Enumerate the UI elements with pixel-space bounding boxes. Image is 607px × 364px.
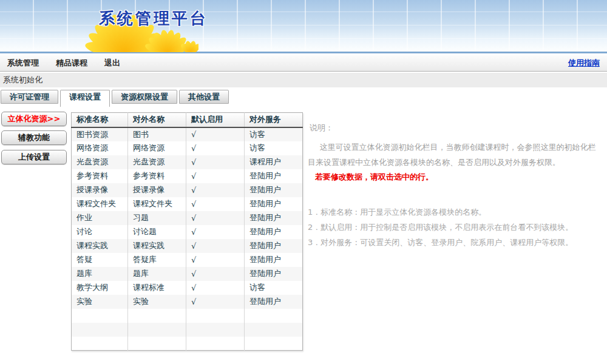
table-cell: 讨论 xyxy=(72,225,128,239)
table-cell: 访客 xyxy=(245,281,303,295)
table-row[interactable]: 题库题库√登陆用户 xyxy=(72,267,303,281)
table-cell: 登陆用户 xyxy=(245,197,303,211)
column-header-external-name: 对外名称 xyxy=(128,113,186,127)
table-cell: 习题 xyxy=(128,211,186,225)
table-row[interactable]: 授课录像授课录像√登陆用户 xyxy=(72,183,303,197)
table-cell: 光盘资源 xyxy=(72,155,128,169)
table-cell: 网络资源 xyxy=(72,141,128,155)
table-row[interactable]: 实验实验√登陆用户 xyxy=(72,295,303,309)
notes-list-item-1: 1．标准名称：用于显示立体化资源各模块的名称。 xyxy=(308,204,598,220)
menu-item-system-manage[interactable]: 系统管理 xyxy=(7,58,39,69)
tab-course-settings[interactable]: 课程设置 xyxy=(60,90,110,107)
table-cell: 登陆用户 xyxy=(245,183,303,197)
notes-paragraph: 这里可设置立体化资源初始化栏目，当教师创建课程时，会参照这里的初始化栏目来设置课… xyxy=(308,140,598,170)
table-cell: 访客 xyxy=(245,141,303,155)
notes-panel: 说明： 这里可设置立体化资源初始化栏目，当教师创建课程时，会参照这里的初始化栏目… xyxy=(308,123,598,250)
table-cell: 课程实践 xyxy=(72,239,128,253)
table-cell: 课程实践 xyxy=(128,239,186,253)
table-cell: 网络资源 xyxy=(128,141,186,155)
table-row[interactable]: 答疑答疑库√登陆用户 xyxy=(72,253,303,267)
table-cell: √ xyxy=(186,225,245,239)
notes-heading: 说明： xyxy=(310,123,598,133)
table-cell: 访客 xyxy=(245,127,303,141)
table-row[interactable]: 课程实践课程实践√登陆用户 xyxy=(72,239,303,253)
table-cell: 参考资料 xyxy=(72,169,128,183)
column-header-default-enabled: 默认启用 xyxy=(186,113,245,127)
tab-other-settings[interactable]: 其他设置 xyxy=(179,90,229,104)
table-cell: 课程文件夹 xyxy=(72,197,128,211)
table-cell: 登陆用户 xyxy=(245,267,303,281)
table-cell xyxy=(186,309,245,323)
table-cell: 参考资料 xyxy=(128,169,186,183)
resource-settings-table: 标准名称 对外名称 默认启用 对外服务 图书资源图书√访客网络资源网络资源√访客… xyxy=(71,112,303,351)
table-row[interactable]: 教学大纲课程标准√访客 xyxy=(72,281,303,295)
table-cell: 登陆用户 xyxy=(245,169,303,183)
notes-list-item-3: 3．对外服务：可设置关闭、访客、登录用户、院系用户、课程用户等权限。 xyxy=(308,235,598,250)
table-cell: 实验 xyxy=(128,295,186,309)
table-cell: 图书 xyxy=(128,127,186,141)
tab-resource-permission-settings[interactable]: 资源权限设置 xyxy=(112,90,177,104)
table-row[interactable]: 讨论讨论题√登陆用户 xyxy=(72,225,303,239)
user-guide-link[interactable]: 使用指南 xyxy=(568,58,600,69)
table-row[interactable]: 参考资料参考资料√登陆用户 xyxy=(72,169,303,183)
table-cell xyxy=(245,323,303,337)
table-row[interactable]: 图书资源图书√访客 xyxy=(72,127,303,141)
table-cell: 题库 xyxy=(72,267,128,281)
table-row[interactable] xyxy=(72,309,303,323)
table-cell: √ xyxy=(186,253,245,267)
table-cell: √ xyxy=(186,183,245,197)
table-cell: 课程标准 xyxy=(128,281,186,295)
table-cell: 授课录像 xyxy=(72,183,128,197)
table-cell: 登陆用户 xyxy=(245,211,303,225)
table-cell: √ xyxy=(186,295,245,309)
notes-warning: 若要修改数据，请双击选中的行。 xyxy=(315,172,598,183)
table-cell xyxy=(128,337,186,351)
breadcrumb: 系统初始化 xyxy=(0,73,607,87)
resource-table-body: 图书资源图书√访客网络资源网络资源√访客光盘资源光盘资源√课程用户参考资料参考资… xyxy=(72,127,303,351)
notes-list-item-2: 2．默认启用：用于控制是否启用该模块，不启用表示在前台看不到该模块。 xyxy=(308,220,598,235)
page: 系统管理平台 系统管理 精品课程 退出 使用指南 系统初始化 许可证管理 课程设… xyxy=(0,0,607,364)
table-row[interactable]: 课程文件夹课程文件夹√登陆用户 xyxy=(72,197,303,211)
table-row[interactable]: 网络资源网络资源√访客 xyxy=(72,141,303,155)
table-cell xyxy=(186,337,245,351)
table-cell: 登陆用户 xyxy=(245,225,303,239)
menu-item-quality-courses[interactable]: 精品课程 xyxy=(56,58,87,69)
table-cell: 授课录像 xyxy=(128,183,186,197)
tab-license-manage[interactable]: 许可证管理 xyxy=(1,90,58,104)
table-cell: 登陆用户 xyxy=(245,295,303,309)
app-header-banner: 系统管理平台 xyxy=(0,0,607,53)
table-cell xyxy=(245,309,303,323)
table-cell xyxy=(128,323,186,337)
table-cell: 登陆用户 xyxy=(245,253,303,267)
table-cell xyxy=(186,323,245,337)
table-row[interactable]: 作业习题√登陆用户 xyxy=(72,211,303,225)
table-cell: 题库 xyxy=(128,267,186,281)
table-cell: √ xyxy=(186,141,245,155)
table-cell: 答疑库 xyxy=(128,253,186,267)
table-cell: 教学大纲 xyxy=(72,281,128,295)
table-cell: √ xyxy=(186,239,245,253)
column-header-standard-name: 标准名称 xyxy=(72,113,128,127)
notes-list: 1．标准名称：用于显示立体化资源各模块的名称。 2．默认启用：用于控制是否启用该… xyxy=(308,204,598,250)
table-cell: √ xyxy=(186,197,245,211)
table-cell: 图书资源 xyxy=(72,127,128,141)
sidebar-button-upload-settings[interactable]: 上传设置 xyxy=(1,150,67,164)
table-cell xyxy=(128,309,186,323)
table-row[interactable]: 光盘资源光盘资源√课程用户 xyxy=(72,155,303,169)
table-cell xyxy=(72,337,128,351)
sidebar-button-stereo-resources[interactable]: 立体化资源>> xyxy=(1,112,67,126)
table-cell: √ xyxy=(186,127,245,141)
table-cell: 实验 xyxy=(72,295,128,309)
table-row[interactable] xyxy=(72,337,303,351)
table-row[interactable] xyxy=(72,323,303,337)
menu-item-logout[interactable]: 退出 xyxy=(104,58,120,69)
table-cell: 课程文件夹 xyxy=(128,197,186,211)
table-cell: √ xyxy=(186,169,245,183)
menu-bar: 系统管理 精品课程 退出 使用指南 xyxy=(0,55,607,72)
table-cell xyxy=(72,309,128,323)
column-header-external-service: 对外服务 xyxy=(245,113,303,127)
table-cell: 登陆用户 xyxy=(245,239,303,253)
table-cell: 作业 xyxy=(72,211,128,225)
sidebar-button-teaching-aid-functions[interactable]: 辅教功能 xyxy=(1,130,67,145)
table-cell xyxy=(245,337,303,351)
